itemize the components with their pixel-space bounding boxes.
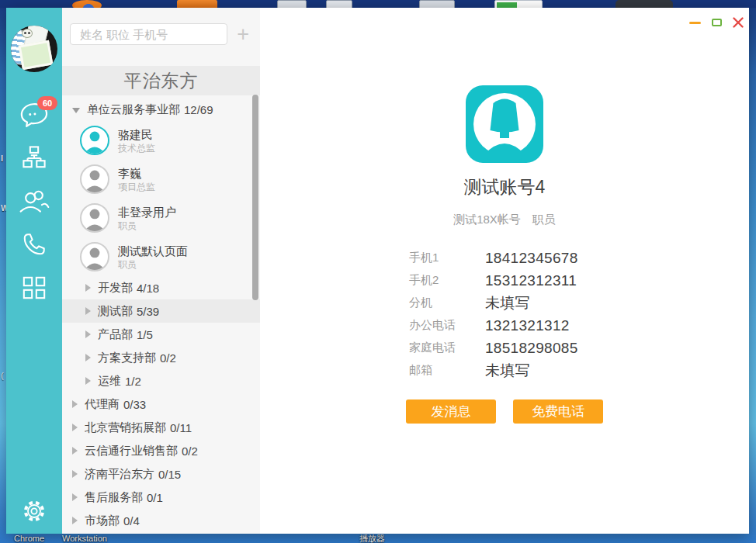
- free-call-button[interactable]: 免费电话: [513, 399, 603, 424]
- expander-triangle-icon[interactable]: [72, 493, 78, 501]
- field-row: 分机 未填写: [409, 292, 603, 314]
- maximize-button[interactable]: [710, 17, 723, 28]
- tree-contact-row[interactable]: 测试默认页面 职员: [62, 237, 260, 276]
- close-button[interactable]: [732, 17, 744, 28]
- contact-list-name: 测试默认页面: [118, 244, 188, 258]
- dept-label: 云信通行业销售部: [85, 444, 178, 458]
- dept-label: 济南平治东方: [85, 467, 154, 482]
- contact-list-title: 技术总监: [118, 142, 155, 154]
- expander-triangle-icon[interactable]: [85, 354, 91, 361]
- field-value: 1321321312: [485, 317, 570, 334]
- desktop-icon-label-chrome[interactable]: Chrome: [14, 534, 44, 543]
- window-controls: [688, 17, 744, 28]
- contact-list-avatar: [80, 203, 109, 233]
- desktop-icon-label-workstation[interactable]: Workstation: [62, 534, 107, 543]
- contact-name: 测试账号4: [464, 175, 546, 199]
- nav-apps-grid-button[interactable]: [17, 274, 51, 302]
- desktop-icon-fragment: [494, 0, 543, 8]
- unread-count-badge: 60: [37, 96, 57, 110]
- expander-triangle-icon[interactable]: [85, 284, 91, 292]
- field-value: 18518298085: [485, 340, 578, 357]
- field-row: 手机1 18412345678: [409, 247, 603, 269]
- add-contact-button[interactable]: +: [237, 25, 249, 43]
- apps-grid-icon: [22, 275, 47, 300]
- company-title: 平治东方: [62, 66, 260, 95]
- tree-dept-row[interactable]: 产品部 1/5: [62, 323, 260, 346]
- expander-triangle-icon[interactable]: [72, 400, 78, 408]
- tree-dept-row[interactable]: 北京营销拓展部 0/11: [62, 416, 260, 439]
- tree-contact-row[interactable]: 骆建民 技术总监: [62, 121, 260, 160]
- field-value: 未填写: [485, 293, 530, 313]
- contact-role: 职员: [532, 213, 556, 227]
- field-row: 手机2 15312312311: [409, 269, 603, 292]
- contact-list-avatar: [80, 164, 109, 194]
- dept-label: 测试部: [98, 304, 133, 319]
- expander-triangle-icon[interactable]: [85, 307, 91, 315]
- nav-contacts-button[interactable]: [17, 187, 51, 215]
- contact-list-title: 职员: [118, 258, 188, 271]
- dept-label: 北京营销拓展部: [85, 420, 166, 435]
- expander-triangle-icon[interactable]: [72, 470, 78, 478]
- tree-dept-row[interactable]: 济南平治东方 0/15: [62, 462, 260, 486]
- contact-list-name: 非登录用户: [118, 205, 176, 220]
- tree-scrollbar-thumb[interactable]: [252, 95, 258, 300]
- org-chart-icon: [21, 146, 47, 169]
- contact-list-name: 骆建民: [118, 127, 155, 142]
- tree-contact-row[interactable]: 非登录用户 职员: [62, 199, 260, 237]
- dept-count: 0/2: [182, 444, 198, 458]
- phone-icon: [22, 232, 47, 257]
- tree-dept-row[interactable]: 代理商 0/33: [62, 393, 260, 416]
- nav-org-chart-button[interactable]: [17, 144, 51, 171]
- contact-list-avatar: [80, 242, 109, 272]
- field-label: 手机2: [409, 273, 485, 288]
- field-row: 办公电话 1321321312: [409, 314, 603, 337]
- dept-count: 0/4: [123, 514, 140, 527]
- search-input[interactable]: [80, 28, 234, 41]
- org-tree: 单位云服务事业部 12/69 骆建民 技术总监 李巍 项目总监: [62, 95, 260, 534]
- contact-list-title: 项目总监: [118, 181, 155, 193]
- directory-panel: + 平治东方 单位云服务事业部 12/69 骆建民 技术总监 李巍 项目总监: [62, 8, 260, 534]
- minimize-button[interactable]: [688, 17, 701, 28]
- tree-dept-row[interactable]: 运维 1/2: [62, 369, 260, 393]
- settings-button[interactable]: [6, 498, 62, 524]
- dept-count: 4/18: [137, 282, 159, 295]
- dept-count: 0/1: [147, 491, 163, 504]
- dept-label: 运维: [98, 374, 121, 389]
- nav-chat-button[interactable]: 60: [17, 100, 51, 128]
- person-silhouette-icon: [81, 127, 108, 154]
- desktop-icon-label-player[interactable]: 播放器: [359, 533, 385, 543]
- tree-dept-row[interactable]: 售后服务部 0/1: [62, 486, 260, 509]
- user-avatar[interactable]: [11, 26, 57, 72]
- dept-label: 产品部: [98, 327, 133, 342]
- tree-dept-row[interactable]: 测试部 5/39: [62, 299, 260, 323]
- expander-triangle-icon[interactable]: [72, 424, 78, 431]
- expander-triangle-icon[interactable]: [72, 517, 78, 524]
- tree-dept-row[interactable]: 云信通行业销售部 0/2: [62, 439, 260, 462]
- expander-triangle-icon[interactable]: [85, 330, 91, 338]
- dept-label: 市场部: [85, 514, 120, 528]
- close-icon: [733, 17, 744, 28]
- field-label: 办公电话: [409, 318, 485, 333]
- panda-drawing: [22, 29, 33, 38]
- dept-count: 1/2: [125, 375, 141, 388]
- search-area: +: [62, 8, 260, 66]
- send-message-button[interactable]: 发消息: [406, 399, 496, 424]
- field-label: 家庭电话: [409, 341, 485, 355]
- contact-subtitle: 测试18X帐号 职员: [453, 213, 556, 227]
- dept-label: 开发部: [98, 281, 133, 296]
- action-buttons: 发消息 免费电话: [406, 399, 603, 424]
- tree-contact-row[interactable]: 李巍 项目总监: [62, 160, 260, 199]
- expander-triangle-icon[interactable]: [85, 377, 91, 385]
- minimize-icon: [689, 22, 701, 24]
- expander-triangle-icon[interactable]: [72, 108, 80, 113]
- tree-dept-row[interactable]: 开发部 4/18: [62, 276, 260, 299]
- expander-triangle-icon[interactable]: [72, 447, 78, 455]
- app-window: 60: [6, 8, 749, 534]
- nav-phone-button[interactable]: [17, 230, 51, 258]
- desktop-icon-fragment: [177, 0, 217, 8]
- desktop-icon-fragment: [419, 0, 455, 8]
- dept-count: 0/15: [158, 468, 181, 481]
- tree-dept-row[interactable]: 市场部 0/4: [62, 509, 260, 532]
- tree-dept-row[interactable]: 单位云服务事业部 12/69: [62, 98, 260, 121]
- tree-dept-row[interactable]: 方案支持部 0/2: [62, 346, 260, 369]
